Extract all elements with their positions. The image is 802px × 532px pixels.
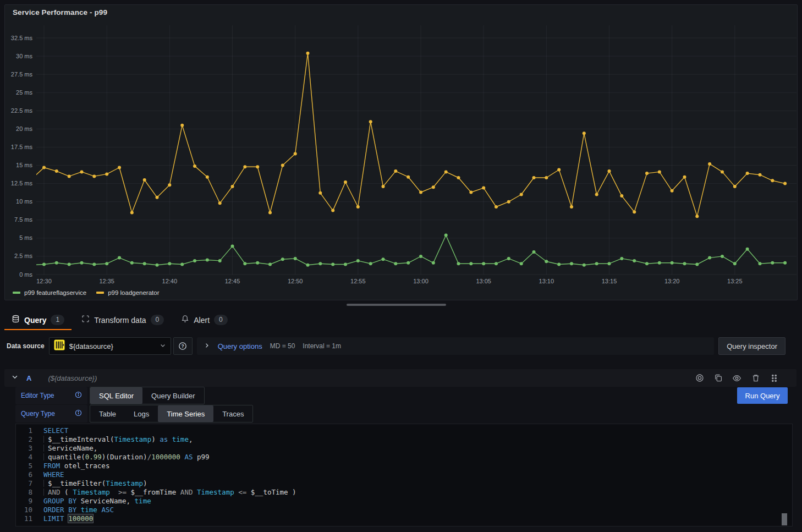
query-type-logs[interactable]: Logs [125, 405, 158, 422]
legend-swatch-green [13, 292, 20, 294]
svg-text:7.5 ms: 7.5 ms [14, 216, 33, 223]
line-number: 4 [16, 453, 32, 462]
sql-line[interactable]: 8AND ( Timestamp >= $__fromTime AND Time… [16, 488, 792, 497]
svg-text:?: ? [182, 343, 184, 349]
editor-type-row: Editor Type SQL EditorQuery Builder [15, 387, 205, 404]
query-type-traces[interactable]: Traces [213, 405, 252, 422]
svg-text:15 ms: 15 ms [16, 162, 32, 168]
svg-text:12:35: 12:35 [99, 278, 114, 284]
query-toolbar: Data source ${datasource} ? [4, 337, 798, 355]
delete-query-trash-icon[interactable] [749, 371, 762, 385]
datasource-picker[interactable]: ${datasource} [49, 337, 171, 355]
grafana-query-editor-page: 0 ms2.5 ms5 ms7.5 ms10 ms12.5 ms15 ms17.… [0, 0, 802, 532]
hide-query-eye-icon[interactable] [730, 371, 744, 385]
editor-type-query-builder[interactable]: Query Builder [142, 387, 204, 404]
sql-line[interactable]: 6WHERE [16, 470, 792, 479]
sql-line[interactable]: 9GROUP BY ServiceName, time [16, 497, 792, 506]
svg-text:13:25: 13:25 [727, 278, 743, 284]
angle-right-icon[interactable] [204, 341, 210, 351]
tab-query-count: 1 [51, 315, 64, 325]
sql-line[interactable]: 2$__timeInterval(Timestamp) as time, [16, 435, 792, 444]
svg-text:12:55: 12:55 [350, 278, 366, 284]
svg-text:12:40: 12:40 [162, 278, 178, 284]
editor-type-sql-editor[interactable]: SQL Editor [90, 387, 142, 404]
line-number: 9 [16, 497, 32, 506]
query-type-time-series[interactable]: Time Series [158, 405, 213, 422]
collapse-chevron-icon[interactable] [11, 373, 19, 383]
tab-transform-label: Transform data [94, 316, 146, 325]
svg-text:13:05: 13:05 [476, 278, 491, 284]
line-number: 5 [16, 462, 32, 470]
line-number: 8 [16, 488, 32, 497]
editor-tabs: Query 1 Transform data 0 Alert 0 [4, 311, 235, 330]
svg-text:2.5 ms: 2.5 ms [14, 253, 33, 259]
chart-legend: p99 featureflagservice p99 loadgenerator [13, 289, 160, 296]
bell-icon [181, 315, 189, 325]
query-type-table[interactable]: Table [90, 405, 125, 422]
sql-line[interactable]: 7$__timeFilter(Timestamp) [16, 479, 792, 488]
query-type-row: Query Type TableLogsTime SeriesTraces [15, 405, 253, 423]
legend-swatch-yellow [96, 292, 104, 294]
sql-code-editor[interactable]: 1SELECT2$__timeInterval(Timestamp) as ti… [15, 424, 793, 526]
query-type-label: Query Type [21, 410, 55, 418]
line-number: 10 [16, 506, 32, 514]
svg-text:0 ms: 0 ms [19, 271, 32, 278]
line-number: 11 [16, 514, 32, 523]
run-query-button[interactable]: Run Query [737, 387, 788, 404]
sql-line[interactable]: 3ServiceName, [16, 444, 792, 453]
svg-text:13:10: 13:10 [539, 278, 554, 284]
legend-item-featureflagservice[interactable]: p99 featureflagservice [13, 289, 86, 296]
svg-text:27.5 ms: 27.5 ms [11, 71, 33, 78]
svg-text:32.5 ms: 32.5 ms [11, 35, 33, 41]
sql-line[interactable]: 5FROM otel_traces [16, 462, 792, 470]
svg-text:25 ms: 25 ms [16, 89, 32, 96]
tab-alert[interactable]: Alert 0 [174, 311, 234, 330]
horizontal-scrollbar-thumb[interactable] [347, 304, 446, 306]
svg-text:10 ms: 10 ms [16, 198, 32, 205]
interval-stat: Interval = 1m [303, 342, 341, 350]
sql-line[interactable]: 11LIMIT 100000 [16, 514, 792, 523]
disable-query-icon[interactable] [693, 371, 706, 385]
drag-handle-icon[interactable] [767, 371, 781, 385]
query-row-header[interactable]: A (${datasource}) [4, 369, 796, 387]
line-number: 6 [16, 470, 32, 479]
svg-text:13:20: 13:20 [664, 278, 680, 284]
timeseries-chart[interactable]: 0 ms2.5 ms5 ms7.5 ms10 ms12.5 ms15 ms17.… [5, 5, 797, 289]
sql-line[interactable]: 4quantile(0.99)(Duration)/1000000 AS p99 [16, 453, 792, 462]
tab-query[interactable]: Query 1 [4, 311, 72, 330]
svg-text:12.5 ms: 12.5 ms [11, 180, 33, 187]
horizontal-scrollbar[interactable] [4, 303, 798, 306]
datasource-value: ${datasource} [69, 342, 155, 350]
transform-icon [81, 315, 90, 325]
line-number: 3 [16, 444, 32, 453]
tab-transform-data[interactable]: Transform data 0 [74, 311, 171, 330]
svg-text:12:45: 12:45 [225, 278, 240, 284]
datasource-help-button[interactable]: ? [173, 337, 193, 355]
legend-label: p99 loadgenerator [108, 289, 159, 296]
panel-title[interactable]: Service Performance - p99 [13, 8, 107, 17]
tab-query-label: Query [24, 316, 46, 325]
info-icon[interactable] [75, 391, 82, 400]
legend-item-loadgenerator[interactable]: p99 loadgenerator [96, 289, 159, 296]
editor-type-field-label: Editor Type [15, 387, 87, 404]
svg-text:17.5 ms: 17.5 ms [11, 144, 33, 150]
query-options-bar: Query options MD = 50 Interval = 1m [197, 337, 715, 355]
query-options-toggle[interactable]: Query options [218, 342, 262, 350]
sql-line[interactable]: 10ORDER BY time ASC [16, 506, 792, 514]
datasource-label: Data source [4, 342, 49, 350]
svg-text:22.5 ms: 22.5 ms [11, 107, 33, 114]
query-type-group: TableLogsTime SeriesTraces [90, 405, 253, 423]
editor-scrollbar-thumb[interactable] [782, 513, 787, 525]
svg-text:30 ms: 30 ms [16, 53, 32, 59]
sql-line[interactable]: 1SELECT [16, 426, 792, 435]
query-ref-id[interactable]: A [26, 374, 31, 382]
info-icon[interactable] [75, 409, 82, 418]
line-number: 1 [16, 426, 32, 435]
query-inspector-button[interactable]: Query inspector [718, 337, 785, 355]
query-type-field-label: Query Type [15, 405, 87, 423]
svg-text:12:30: 12:30 [36, 278, 52, 284]
tab-transform-count: 0 [151, 315, 164, 325]
duplicate-query-icon[interactable] [711, 371, 725, 385]
svg-text:20 ms: 20 ms [16, 125, 32, 132]
line-number: 7 [16, 479, 32, 488]
